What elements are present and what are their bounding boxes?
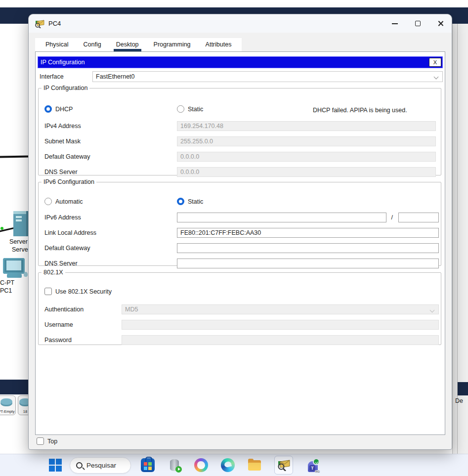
start-icon xyxy=(56,459,62,465)
teams-person: RG xyxy=(308,461,318,472)
copilot-icon[interactable] xyxy=(194,458,208,472)
teams-icon[interactable]: RG xyxy=(306,458,320,472)
tab-programming[interactable]: Programming xyxy=(146,38,198,51)
microsoft-store-icon[interactable] xyxy=(141,458,155,472)
packet-tracer-icon xyxy=(277,459,290,471)
authentication-label: Authentication xyxy=(44,306,84,313)
username-label: Username xyxy=(44,321,73,328)
radio-icon xyxy=(44,105,52,113)
ipv6-default-gateway-label: Default Gateway xyxy=(44,245,90,252)
server-label: Server xyxy=(9,238,28,245)
router-icon xyxy=(0,398,12,405)
radio-label: Static xyxy=(188,106,203,113)
store-tile xyxy=(144,462,147,466)
interface-select[interactable]: FastEthernet0 xyxy=(92,71,443,82)
minimize-button[interactable] xyxy=(383,14,406,33)
static-ipv6-radio[interactable]: Static xyxy=(177,198,203,205)
link-status-dot xyxy=(0,227,3,230)
password-label: Password xyxy=(44,337,72,344)
ipv6-address-label: IPv6 Address xyxy=(44,214,81,221)
default-gateway-input[interactable] xyxy=(177,152,436,162)
static-ipv4-radio[interactable]: Static xyxy=(177,105,203,113)
start-icon xyxy=(49,459,55,465)
maximize-icon xyxy=(415,21,421,26)
radio-label: Automatic xyxy=(55,198,83,205)
group-legend: IP Configuration xyxy=(42,85,89,91)
pc-mouse xyxy=(24,272,28,277)
link-local-label: Link Local Address xyxy=(44,229,96,236)
group-legend: 802.1X xyxy=(42,269,65,276)
ipv4-address-input[interactable] xyxy=(177,121,436,131)
start-button[interactable] xyxy=(49,459,62,472)
group-legend: IPv6 Configuration xyxy=(42,178,96,185)
pc4-window: PC4 Physical Config Desktop Programming … xyxy=(28,14,452,450)
palette-device-pt-empty[interactable]: PT-Empty xyxy=(0,395,16,415)
subnet-mask-input[interactable] xyxy=(177,136,436,146)
ipv6-configuration-group: IPv6 Configuration Automatic Static IPv6… xyxy=(38,178,441,266)
bottom-bar-fragment xyxy=(458,382,468,395)
default-gateway-label: Default Gateway xyxy=(44,153,90,160)
search-box[interactable]: Pesquisar xyxy=(70,457,131,474)
tab-attributes[interactable]: Attributes xyxy=(198,38,239,51)
window-titlebar[interactable]: PC4 xyxy=(29,14,452,33)
packet-tracer-taskbar-icon[interactable] xyxy=(274,456,293,475)
desktop-tab-content: IP Configuration X Interface FastEtherne… xyxy=(35,51,445,435)
radio-label: DHCP xyxy=(55,106,73,113)
dhcp-radio[interactable]: DHCP xyxy=(44,105,73,113)
dns-server-label: DNS Server xyxy=(44,169,78,175)
search-icon xyxy=(76,462,83,469)
file-explorer-icon[interactable] xyxy=(248,458,261,472)
close-button[interactable] xyxy=(429,14,452,33)
subnet-mask-label: Subnet Mask xyxy=(44,138,81,145)
checkbox-label: Top xyxy=(47,438,57,445)
tab-physical[interactable]: Physical xyxy=(38,38,76,51)
dns-server-input[interactable] xyxy=(177,167,436,177)
authentication-select[interactable]: MD5 xyxy=(122,304,439,314)
username-input[interactable] xyxy=(122,320,439,330)
checkbox-icon xyxy=(37,437,44,445)
close-icon xyxy=(437,20,444,27)
use-8021x-checkbox[interactable]: Use 802.1X Security xyxy=(44,288,112,295)
windows-taskbar: Pesquisar xyxy=(0,454,468,476)
ipv4-address-label: IPv4 Address xyxy=(44,123,81,130)
link-local-input[interactable] xyxy=(177,228,439,238)
dialog-title: IP Configuration xyxy=(41,59,85,66)
pc-device-icon[interactable] xyxy=(3,258,25,274)
radio-icon xyxy=(44,198,52,205)
folder-front xyxy=(248,463,261,471)
pc-base xyxy=(7,274,22,278)
device-palette-header xyxy=(0,380,29,394)
dialog-close-button[interactable]: X xyxy=(429,58,441,67)
ipv6-default-gateway-input[interactable] xyxy=(177,243,439,253)
ipv6-dns-input[interactable] xyxy=(177,259,439,268)
store-tile xyxy=(148,467,152,470)
edge-browser-icon[interactable] xyxy=(221,458,235,472)
store-tile xyxy=(148,462,152,466)
tab-config[interactable]: Config xyxy=(76,38,109,51)
interface-value: FastEthernet0 xyxy=(96,73,135,80)
tab-desktop[interactable]: Desktop xyxy=(109,38,146,51)
radio-label: Static xyxy=(188,198,203,205)
minimize-icon xyxy=(392,23,398,24)
status-available-icon xyxy=(313,458,320,465)
tab-bar: Physical Config Desktop Programming Attr… xyxy=(35,38,242,51)
ip-configuration-header[interactable]: IP Configuration X xyxy=(38,56,443,68)
rg-badge: RG xyxy=(315,470,320,473)
radio-icon xyxy=(177,198,184,205)
ipv6-address-input[interactable] xyxy=(177,213,386,222)
radio-icon xyxy=(177,105,184,113)
pc-type-label: C-PT xyxy=(0,279,14,286)
automatic-radio[interactable]: Automatic xyxy=(44,198,83,205)
device-panel-text: De xyxy=(455,397,463,404)
password-input[interactable] xyxy=(122,335,439,345)
server-device-icon[interactable] xyxy=(13,211,29,236)
server-slot xyxy=(16,216,22,218)
window-title: PC4 xyxy=(48,20,61,27)
server-slot xyxy=(16,219,22,221)
ipv6-prefix-input[interactable] xyxy=(398,213,439,222)
database-app-icon[interactable] xyxy=(168,458,181,472)
packet-tracer-icon xyxy=(35,19,44,28)
maximize-button[interactable] xyxy=(406,14,429,33)
top-checkbox[interactable]: Top xyxy=(37,437,57,445)
checkbox-icon xyxy=(44,288,52,295)
